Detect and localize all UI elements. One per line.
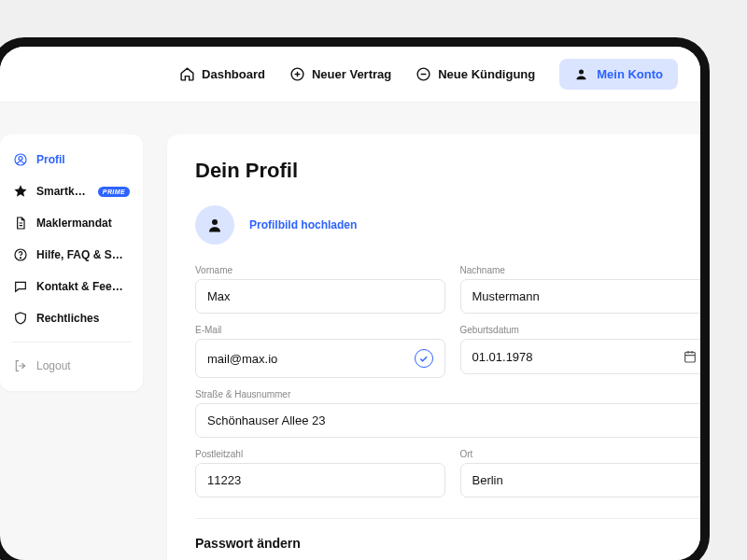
- account-button[interactable]: Mein Konto: [559, 59, 678, 90]
- svg-point-2: [579, 70, 584, 75]
- nav-new-cancel-label: Neue Kündigung: [438, 67, 535, 81]
- upload-avatar-link[interactable]: Profilbild hochladen: [249, 218, 357, 231]
- sidebar-label: Hilfe, FAQ & Support: [36, 248, 130, 261]
- label-lastname: Nachname: [460, 265, 711, 275]
- nav-dashboard-label: Dashboard: [202, 67, 265, 81]
- password-section-title: Passwort ändern: [195, 536, 710, 551]
- sidebar-label: Rechtliches: [36, 312, 130, 325]
- help-icon: [13, 247, 28, 262]
- user-circle-icon: [13, 152, 28, 167]
- sidebar-item-logout[interactable]: Logout: [6, 350, 137, 382]
- avatar[interactable]: [195, 205, 234, 245]
- field-lastname: Nachname: [460, 265, 711, 314]
- shield-icon: [13, 311, 28, 326]
- document-icon: [13, 216, 28, 231]
- profile-card: Dein Profil Profilbild hochladen Vorname…: [167, 134, 710, 560]
- svg-point-6: [20, 258, 21, 259]
- field-dob: Geburtsdatum: [460, 325, 711, 378]
- input-street[interactable]: [207, 413, 698, 427]
- sidebar-divider: [11, 342, 132, 343]
- chat-icon: [13, 279, 28, 294]
- label-street: Straße & Hausnummer: [195, 389, 710, 399]
- sidebar-label: Profil: [36, 153, 130, 166]
- sidebar-label: Logout: [36, 359, 130, 372]
- sidebar-label: Smartkündigen: [36, 185, 90, 198]
- sidebar-label: Maklermandat: [36, 217, 130, 230]
- field-firstname: Vorname: [195, 265, 445, 314]
- field-email: E-Mail: [195, 325, 445, 378]
- user-icon: [574, 67, 588, 81]
- sidebar-item-contact[interactable]: Kontakt & Feedback: [6, 271, 137, 302]
- field-street: Straße & Hausnummer: [195, 389, 710, 438]
- nav-new-contract[interactable]: Neuer Vertrag: [289, 66, 391, 82]
- sidebar-item-smart[interactable]: Smartkündigen PRIME: [6, 175, 137, 207]
- sidebar: Profil Smartkündigen PRIME Maklermandat …: [0, 134, 143, 391]
- input-dob[interactable]: [472, 350, 676, 364]
- svg-point-4: [19, 157, 22, 161]
- star-icon: [13, 184, 28, 199]
- label-firstname: Vorname: [195, 265, 445, 275]
- home-icon: [179, 66, 195, 82]
- sidebar-label: Kontakt & Feedback: [36, 280, 130, 293]
- sidebar-item-help[interactable]: Hilfe, FAQ & Support: [6, 239, 137, 271]
- calendar-icon[interactable]: [683, 349, 698, 364]
- logout-icon: [13, 358, 28, 373]
- avatar-row: Profilbild hochladen: [195, 205, 710, 245]
- top-nav: Dashboard Neuer Vertrag Neue Kündigung M…: [0, 47, 700, 103]
- user-icon: [206, 217, 223, 233]
- input-city[interactable]: [472, 473, 698, 487]
- label-dob: Geburtsdatum: [460, 325, 711, 335]
- field-city: Ort: [460, 449, 711, 497]
- verified-icon: [415, 349, 433, 368]
- nav-new-contract-label: Neuer Vertrag: [312, 67, 391, 81]
- sidebar-item-mandate[interactable]: Maklermandat: [6, 207, 137, 239]
- label-city: Ort: [460, 449, 711, 459]
- svg-point-3: [15, 154, 26, 165]
- input-zip[interactable]: [207, 473, 433, 487]
- label-email: E-Mail: [195, 325, 445, 335]
- svg-point-7: [212, 219, 218, 225]
- input-email[interactable]: [207, 352, 407, 366]
- minus-circle-icon: [416, 66, 431, 82]
- section-divider: [195, 518, 710, 519]
- plus-circle-icon: [289, 66, 305, 82]
- sidebar-item-legal[interactable]: Rechtliches: [6, 302, 137, 334]
- svg-rect-8: [685, 352, 696, 362]
- account-button-label: Mein Konto: [597, 67, 663, 81]
- input-lastname[interactable]: [472, 289, 698, 303]
- nav-new-cancel[interactable]: Neue Kündigung: [416, 66, 535, 82]
- nav-dashboard[interactable]: Dashboard: [179, 66, 265, 82]
- input-firstname[interactable]: [207, 289, 433, 303]
- field-zip: Postleitzahl: [195, 449, 445, 497]
- page-title: Dein Profil: [195, 159, 710, 183]
- label-zip: Postleitzahl: [195, 449, 445, 459]
- prime-badge: PRIME: [98, 187, 130, 197]
- sidebar-item-profile[interactable]: Profil: [6, 144, 137, 175]
- profile-form: Vorname Nachname E-Mail: [195, 265, 710, 497]
